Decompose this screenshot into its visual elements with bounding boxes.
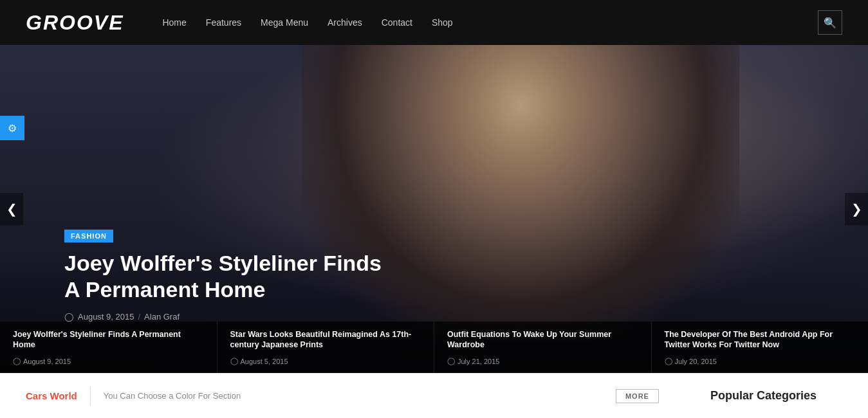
- clock-icon: ◯: [64, 312, 74, 322]
- chevron-left-icon: ❮: [6, 201, 17, 217]
- next-arrow[interactable]: ❯: [845, 193, 868, 225]
- chevron-right-icon: ❯: [851, 201, 862, 217]
- nav-shop[interactable]: Shop: [432, 17, 453, 28]
- main-nav: Home Features Mega Menu Archives Contact…: [162, 17, 818, 28]
- clock-icon-1: ◯: [13, 357, 21, 365]
- hero-content: FASHION Joey Wolffer's Styleliner Finds …: [64, 230, 386, 322]
- cars-world-label[interactable]: Cars World: [26, 390, 77, 401]
- strip-meta-4: ◯ July 20, 2015: [665, 357, 856, 365]
- clock-icon-4: ◯: [665, 357, 672, 365]
- gear-icon: ⚙: [8, 122, 17, 134]
- meta-separator: /: [138, 312, 140, 322]
- nav-home[interactable]: Home: [162, 17, 186, 28]
- clock-icon-2: ◯: [230, 357, 238, 365]
- logo[interactable]: GROOVE: [26, 11, 124, 35]
- hero-section: FASHION Joey Wolffer's Styleliner Finds …: [0, 45, 868, 373]
- nav-contact[interactable]: Contact: [382, 17, 412, 28]
- strip-meta-2: ◯ August 5, 2015: [230, 357, 421, 365]
- nav-mega-menu[interactable]: Mega Menu: [261, 17, 308, 28]
- strip-item-4[interactable]: The Developer Of The Best Android App Fo…: [652, 322, 869, 373]
- strip-item-3[interactable]: Outfit Equations To Wake Up Your Summer …: [434, 322, 652, 373]
- strip-date-1: August 9, 2015: [23, 358, 71, 365]
- nav-features[interactable]: Features: [206, 17, 241, 28]
- more-button[interactable]: MORE: [616, 389, 659, 403]
- prev-arrow[interactable]: ❮: [0, 193, 23, 225]
- section-subtitle: You Can Choose a Color For Section: [104, 391, 616, 401]
- clock-icon-3: ◯: [447, 357, 455, 365]
- strip-item-1[interactable]: Joey Wolffer's Styleliner Finds A Perman…: [0, 322, 217, 373]
- strip-date-3: July 21, 2015: [457, 358, 499, 365]
- strip-title-1: Joey Wolffer's Styleliner Finds A Perman…: [13, 329, 204, 350]
- strip-meta-3: ◯ July 21, 2015: [447, 357, 638, 365]
- strip-title-2: Star Wars Looks Beautiful Reimagined As …: [230, 329, 421, 350]
- hero-strip: Joey Wolffer's Styleliner Finds A Perman…: [0, 322, 868, 373]
- popular-categories-title: Popular Categories: [710, 389, 817, 403]
- divider: [90, 386, 91, 406]
- search-icon: 🔍: [824, 17, 836, 29]
- strip-title-4: The Developer Of The Best Android App Fo…: [665, 329, 856, 350]
- hero-author: Alan Graf: [144, 312, 180, 322]
- nav-archives[interactable]: Archives: [328, 17, 362, 28]
- settings-button[interactable]: ⚙: [0, 116, 24, 140]
- category-badge[interactable]: FASHION: [64, 230, 113, 242]
- bottom-bar: Cars World You Can Choose a Color For Se…: [0, 373, 868, 418]
- hero-meta: ◯ August 9, 2015 / Alan Graf: [64, 312, 386, 322]
- strip-date-4: July 20, 2015: [675, 358, 717, 365]
- strip-meta-1: ◯ August 9, 2015: [13, 357, 204, 365]
- strip-title-3: Outfit Equations To Wake Up Your Summer …: [447, 329, 638, 350]
- strip-item-2[interactable]: Star Wars Looks Beautiful Reimagined As …: [217, 322, 435, 373]
- header: GROOVE Home Features Mega Menu Archives …: [0, 0, 868, 45]
- strip-date-2: August 5, 2015: [241, 358, 288, 365]
- hero-date: August 9, 2015: [78, 312, 134, 322]
- search-button[interactable]: 🔍: [818, 10, 842, 35]
- hero-title[interactable]: Joey Wolffer's Styleliner Finds A Perman…: [64, 250, 386, 303]
